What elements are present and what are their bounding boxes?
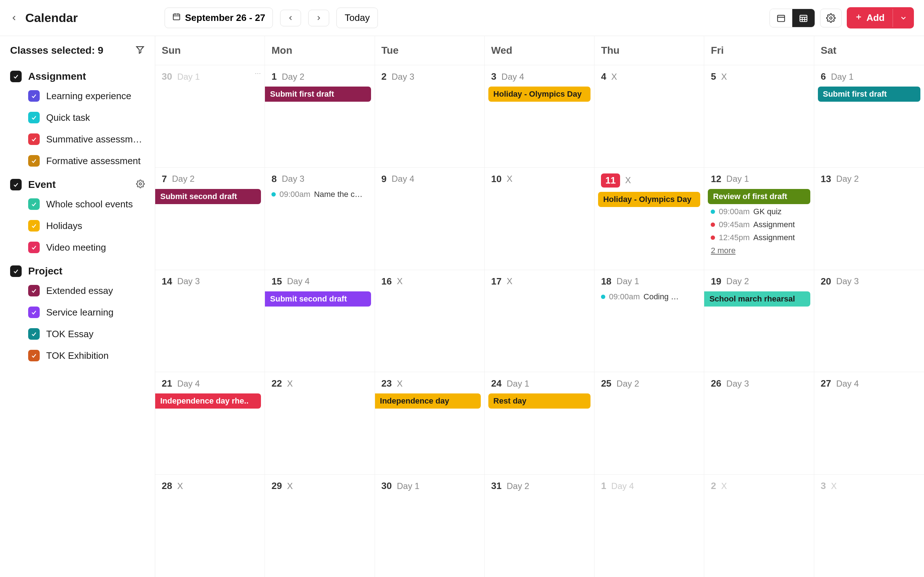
- add-dropdown[interactable]: [893, 9, 914, 27]
- filter-item[interactable]: Quick task: [10, 112, 145, 123]
- calendar-cell[interactable]: 9Day 4: [375, 168, 485, 270]
- calendar-cell[interactable]: 29X: [265, 475, 375, 577]
- group-settings-icon[interactable]: [136, 180, 145, 190]
- calendar-cell[interactable]: 21Day 4Independence day rhe..: [155, 372, 265, 474]
- filter-button[interactable]: [135, 45, 145, 56]
- calendar-cell[interactable]: 27Day 4: [814, 372, 924, 474]
- filter-checkbox[interactable]: [28, 242, 40, 253]
- event-chip[interactable]: Submit second draft: [155, 189, 261, 204]
- event-chip[interactable]: Independence day: [375, 393, 481, 409]
- calendar-cell[interactable]: 28X: [155, 475, 265, 577]
- filter-item[interactable]: Formative assessment: [10, 155, 145, 167]
- calendar-cell[interactable]: 7Day 2Submit second draft: [155, 168, 265, 270]
- rotation-day-label: Day 3: [726, 379, 749, 389]
- calendar-cell[interactable]: 30Day 1: [375, 475, 485, 577]
- calendar-cell[interactable]: 12Day 1Review of first draft09:00amGK qu…: [704, 168, 814, 270]
- timed-event[interactable]: 09:00amCoding …: [598, 292, 700, 302]
- date-range-button[interactable]: September 26 - 27: [165, 8, 273, 28]
- classes-selected-label: Classes selected: 9: [10, 45, 103, 56]
- event-chip[interactable]: Submit first draft: [818, 87, 921, 102]
- calendar-cell[interactable]: 18Day 109:00amCoding …: [594, 270, 704, 372]
- calendar-cell[interactable]: 25Day 2: [594, 372, 704, 474]
- event-chip[interactable]: Review of first draft: [708, 189, 810, 204]
- group-checkbox[interactable]: [10, 71, 22, 82]
- filter-item[interactable]: Video meeting: [10, 242, 145, 253]
- timed-event[interactable]: 09:45amAssignment: [708, 219, 810, 230]
- filter-item[interactable]: Whole school events: [10, 198, 145, 210]
- filter-item[interactable]: Learning experience: [10, 90, 145, 102]
- calendar-cell[interactable]: 24Day 1Rest day: [485, 372, 594, 474]
- event-chip[interactable]: Submit second draft: [265, 292, 371, 306]
- prev-button[interactable]: [280, 10, 301, 26]
- filter-checkbox[interactable]: [28, 285, 40, 297]
- event-chip[interactable]: Submit first draft: [265, 87, 371, 102]
- filter-checkbox[interactable]: [28, 306, 40, 318]
- group-checkbox[interactable]: [10, 179, 22, 190]
- event-chip[interactable]: School march rhearsal: [704, 292, 810, 306]
- view-day-button[interactable]: [770, 9, 792, 27]
- event-chip[interactable]: Holiday - Olympics Day: [598, 192, 700, 207]
- filter-checkbox[interactable]: [28, 112, 40, 123]
- filter-label: Extended essay: [46, 285, 113, 297]
- filter-item[interactable]: Summative assessm…: [10, 134, 145, 145]
- event-chip[interactable]: Holiday - Olympics Day: [488, 87, 591, 102]
- calendar-cell[interactable]: 3X: [814, 475, 924, 577]
- calendar-cell[interactable]: 23XIndependence day: [375, 372, 485, 474]
- group-checkbox[interactable]: [10, 266, 22, 277]
- filter-checkbox[interactable]: [28, 350, 40, 361]
- timed-event[interactable]: 09:00amName the c…: [268, 189, 371, 200]
- filter-checkbox[interactable]: [28, 220, 40, 232]
- filter-checkbox[interactable]: [28, 90, 40, 102]
- filter-item[interactable]: TOK Exhibition: [10, 350, 145, 361]
- calendar-cell[interactable]: 13Day 2: [814, 168, 924, 270]
- calendar-cell[interactable]: 3Day 4Holiday - Olympics Day: [485, 65, 594, 167]
- filter-checkbox[interactable]: [28, 198, 40, 210]
- calendar-cell[interactable]: 6Day 1Submit first draft: [814, 65, 924, 167]
- calendar-cell[interactable]: 5X: [704, 65, 814, 167]
- calendar-cell[interactable]: 4X: [594, 65, 704, 167]
- calendar-cell[interactable]: 2X: [704, 475, 814, 577]
- event-chip[interactable]: Rest day: [488, 393, 591, 409]
- calendar-cell[interactable]: 30Day 1…: [155, 65, 265, 167]
- calendar-cell[interactable]: 20Day 3: [814, 270, 924, 372]
- view-toggle: [769, 9, 815, 27]
- back-button[interactable]: [10, 14, 18, 22]
- add-label: Add: [866, 12, 885, 23]
- rotation-day-label: X: [611, 72, 617, 82]
- calendar-cell[interactable]: 19Day 2School march rhearsal: [704, 270, 814, 372]
- filter-group: ProjectExtended essayService learningTOK…: [10, 266, 145, 361]
- filter-item[interactable]: Holidays: [10, 220, 145, 232]
- overflow-indicator-icon[interactable]: …: [254, 68, 261, 76]
- calendar-cell[interactable]: 26Day 3: [704, 372, 814, 474]
- next-button[interactable]: [308, 10, 329, 26]
- more-events-link[interactable]: 2 more: [708, 245, 810, 256]
- today-button[interactable]: Today: [336, 8, 378, 28]
- calendar-cell[interactable]: 17X: [485, 270, 594, 372]
- filter-checkbox[interactable]: [28, 328, 40, 340]
- calendar-cell[interactable]: 14Day 3: [155, 270, 265, 372]
- calendar-cell[interactable]: 16X: [375, 270, 485, 372]
- calendar-cell[interactable]: 1Day 4: [594, 475, 704, 577]
- calendar-cell[interactable]: 15Day 4Submit second draft: [265, 270, 375, 372]
- event-chip[interactable]: Independence day rhe..: [155, 393, 261, 409]
- calendar-cell[interactable]: 11XHoliday - Olympics Day: [594, 168, 704, 270]
- filter-item[interactable]: Extended essay: [10, 285, 145, 297]
- timed-event[interactable]: 09:00amGK quiz: [708, 206, 810, 217]
- filter-item[interactable]: TOK Essay: [10, 328, 145, 340]
- settings-button[interactable]: [820, 9, 842, 27]
- calendar-cell[interactable]: 2Day 3: [375, 65, 485, 167]
- calendar-cell[interactable]: 8Day 309:00amName the c…: [265, 168, 375, 270]
- calendar-cell[interactable]: 1Day 2Submit first draft: [265, 65, 375, 167]
- calendar-cell[interactable]: 22X: [265, 372, 375, 474]
- calendar-cell[interactable]: 10X: [485, 168, 594, 270]
- add-button[interactable]: Add: [847, 7, 914, 29]
- filter-item[interactable]: Service learning: [10, 306, 145, 318]
- calendar-cell[interactable]: 31Day 2: [485, 475, 594, 577]
- filter-checkbox[interactable]: [28, 155, 40, 167]
- date-number: 1: [601, 480, 606, 492]
- date-number: 25: [601, 378, 611, 389]
- timed-event[interactable]: 12:45pmAssignment: [708, 232, 810, 243]
- view-month-button[interactable]: [792, 9, 815, 27]
- event-dot-icon: [711, 235, 715, 240]
- filter-checkbox[interactable]: [28, 134, 40, 145]
